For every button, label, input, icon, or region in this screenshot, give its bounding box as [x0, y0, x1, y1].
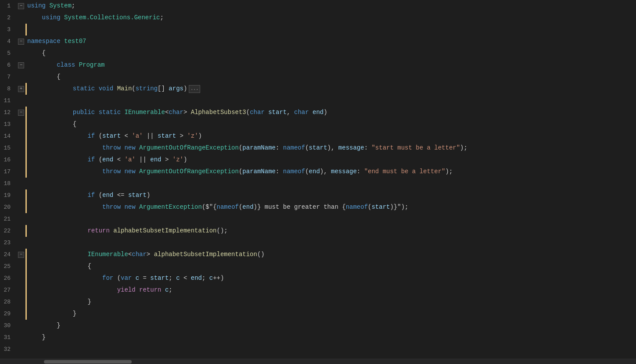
token-type: IEnumerable: [87, 249, 128, 261]
token-kw: public: [73, 107, 95, 118]
gutter: −−−+−−: [17, 0, 25, 359]
token-var: start: [158, 130, 176, 142]
token-plain: ($": [202, 201, 213, 213]
token-type: ArgumentException: [139, 201, 202, 213]
code-line-30: }: [25, 320, 636, 332]
fold-button-6[interactable]: −: [18, 62, 24, 68]
token-plain: <: [128, 249, 132, 261]
token-plain: :: [276, 166, 283, 178]
token-kw: using: [42, 12, 61, 24]
token-kw2: yield: [117, 284, 136, 296]
token-plain: [61, 36, 64, 47]
token-plain: ||: [143, 130, 158, 142]
token-plain: ;: [72, 0, 75, 12]
code-line-8: static void Main(string[] args)...: [25, 83, 636, 95]
token-kw: class: [57, 59, 75, 71]
token-plain: [136, 201, 139, 213]
token-var: c: [176, 272, 180, 284]
token-str: "start must be a letter": [371, 142, 460, 154]
gutter-row-20: [17, 201, 25, 213]
token-plain: {: [73, 118, 76, 130]
ellipsis-badge[interactable]: ...: [189, 85, 200, 93]
token-plain: []: [158, 83, 169, 95]
gutter-row-27: [17, 284, 25, 296]
line-number-11: 11: [0, 95, 14, 107]
code-editor: 1234567811121314151617181920212223242526…: [0, 0, 636, 364]
token-kw: char: [250, 107, 265, 118]
fold-button-8[interactable]: +: [18, 86, 24, 92]
code-line-11: [25, 95, 636, 107]
line-number-20: 20: [0, 201, 14, 213]
line-number-32: 32: [0, 343, 14, 355]
line-number-12: 12: [0, 107, 14, 118]
code-line-25: {: [25, 261, 636, 272]
token-plain: [75, 59, 79, 71]
token-kw: nameof: [283, 142, 305, 154]
token-kw2: return: [139, 284, 161, 296]
token-param: start: [268, 107, 287, 118]
token-plain: [95, 107, 98, 118]
token-var: end: [150, 154, 161, 166]
gutter-row-23: [17, 237, 25, 249]
token-plain: [46, 0, 49, 12]
line-number-3: 3: [0, 24, 14, 36]
code-line-26: for (var c = start; c < end; c++): [25, 272, 636, 284]
gutter-row-1: −: [17, 0, 25, 12]
token-kw: if: [87, 130, 95, 142]
line-number-15: 15: [0, 142, 14, 154]
token-kw: throw: [102, 142, 121, 154]
token-var: end: [242, 201, 253, 213]
fold-button-1[interactable]: −: [18, 3, 24, 9]
token-plain: ): [323, 107, 327, 118]
line-number-21: 21: [0, 213, 14, 225]
code-line-29: }: [25, 308, 636, 320]
line-number-19: 19: [0, 189, 14, 201]
token-kw: if: [87, 154, 95, 166]
gutter-row-32: [17, 343, 25, 355]
token-cls: Program: [79, 59, 105, 71]
token-plain: [136, 166, 139, 178]
fold-button-12[interactable]: −: [18, 110, 24, 116]
gutter-row-18: [17, 178, 25, 189]
token-plain: ();: [217, 225, 228, 237]
token-var: end: [102, 189, 113, 201]
gutter-row-30: [17, 320, 25, 332]
token-kw: void: [99, 83, 114, 95]
token-var: end: [191, 272, 202, 284]
line-number-6: 6: [0, 59, 14, 71]
code-line-5: {: [25, 47, 636, 59]
token-plain: [121, 107, 124, 118]
line-number-1: 1: [0, 0, 14, 12]
token-type: ArgumentOutOfRangeException: [139, 142, 239, 154]
code-area[interactable]: using System; using System.Collections.G…: [25, 0, 636, 359]
token-str: 'z': [172, 154, 183, 166]
token-plain: (: [95, 130, 102, 142]
token-plain: ;: [202, 272, 209, 284]
token-plain: (: [239, 166, 242, 178]
token-method: alphabetSubsetImplementation: [154, 249, 257, 261]
token-plain: )} must be greater than {: [254, 201, 346, 213]
token-plain: [136, 142, 139, 154]
code-line-14: if (start < 'a' || start > 'z'): [25, 130, 636, 142]
scrollbar-horizontal[interactable]: [0, 359, 636, 364]
gutter-row-8: +: [17, 83, 25, 95]
code-line-28: }: [25, 296, 636, 308]
code-line-6: class Program: [25, 59, 636, 71]
code-line-13: {: [25, 118, 636, 130]
code-line-12: public static IEnumerable<char> Alphabet…: [25, 107, 636, 118]
token-kw: using: [27, 0, 46, 12]
token-plain: ;: [160, 12, 163, 24]
token-plain: [161, 284, 165, 296]
token-kw: namespace: [27, 36, 61, 47]
gutter-row-7: [17, 71, 25, 83]
line-number-2: 2: [0, 12, 14, 24]
code-line-22: return alphabetSubsetImplementation();: [25, 225, 636, 237]
gutter-row-29: [17, 308, 25, 320]
token-kw: char: [294, 107, 309, 118]
token-var: end: [102, 154, 113, 166]
token-kw: new: [124, 201, 135, 213]
fold-button-24[interactable]: −: [18, 252, 24, 258]
token-param: args: [169, 83, 183, 95]
fold-button-4[interactable]: −: [18, 39, 24, 45]
token-plain: :: [364, 142, 372, 154]
